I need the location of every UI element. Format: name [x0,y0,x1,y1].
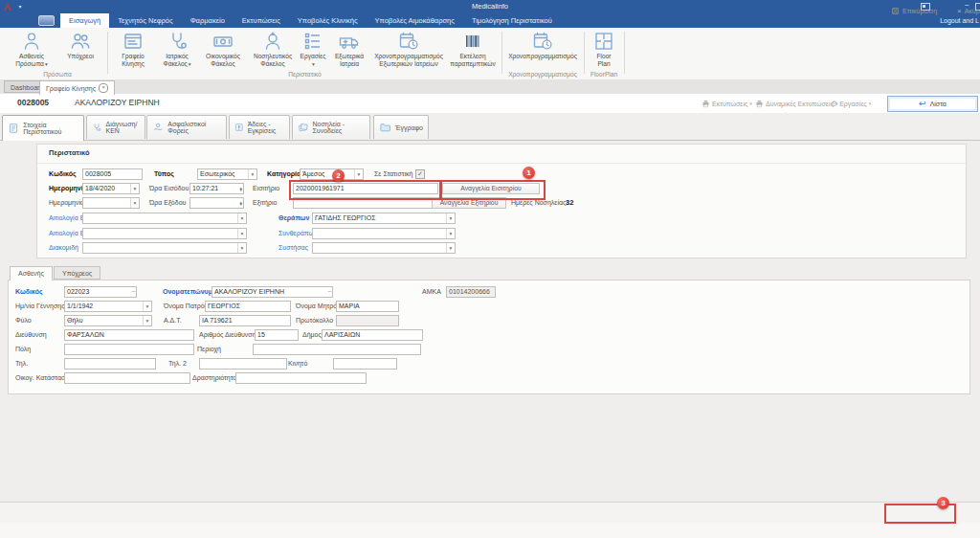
save-icon [891,7,900,15]
ribbon-button-referral-execution[interactable]: Εκτέλεση παραπεμπτικών [447,30,499,70]
kodikos-input[interactable]: 0028005 [82,168,143,180]
onoma-patros-input[interactable]: ΓΕΩΡΓΙΟΣ [205,301,291,312]
exodos-date-input[interactable] [82,197,140,209]
protokollo-input[interactable] [336,315,399,326]
ribbon-button-medical-record[interactable]: Ιατρικός Φάκελος [156,30,198,70]
calendar-clock-icon [397,30,420,53]
onomateponymo-input[interactable]: ΑΚΑΛΟΡΙΖΟΥ ΕΙΡΗΝΗ [212,286,333,298]
tab-stoixeia-peristatikou[interactable]: Στοιχεία Περιστατικού [2,115,84,141]
annotation-marker-1: 1 [523,167,535,179]
tasks-button[interactable]: ⚙ Εργασίες [831,98,871,109]
ora-eisodou-label: Ώρα Εισόδου [149,183,189,194]
arithmos-label: Αριθμός Διεύθυνσης [199,329,259,341]
typos-label: Τύπος [154,168,174,180]
tab-asthenis[interactable]: Ασθενής [10,266,53,280]
amka-input[interactable]: 01014200666 [446,286,496,298]
therapon-select[interactable]: ΓΑΤΙΔΗΣ ΓΕΩΡΓΙΟΣ [312,213,456,224]
ribbon-button-patients[interactable]: Ασθενείς Πρόσωπα [8,30,56,70]
therapon-label[interactable]: Θεράπων [278,213,309,224]
patient-kodikos-input[interactable]: 022023 [64,286,137,298]
ribbon: Ασθενείς Πρόσωπα Υπόχρεοι Γραφείο Κίνηση… [0,28,980,80]
oikog-katastasi-input[interactable] [64,372,190,384]
tab-grafeio-kinisis[interactable]: Γραφείο Κίνησης × [39,80,115,95]
syntherapon-select[interactable] [312,228,456,239]
systisas-select[interactable] [312,242,456,254]
menu-tab-eisagogi[interactable]: Εισαγωγή [60,13,109,28]
dieuthinsi-input[interactable]: ΦΑΡΣΑΛΩΝ [64,329,194,341]
diakomidi-select[interactable] [82,242,247,254]
groupbox-title: Περιστατικό [49,148,90,157]
amka-label: ΑΜΚΑ [422,286,441,298]
drastiriotita-input[interactable] [235,372,367,384]
ribbon-group-caption: Πρόσωπα [8,71,107,78]
list-button[interactable]: ↩ Λίστα [887,96,978,112]
tab-ypoxreos[interactable]: Υπόχρεος [54,266,100,280]
ribbon-button-liable-persons[interactable]: Υπόχρεοι [57,30,103,70]
menu-tab-texnitos-nefros[interactable]: Τεχνητός Νεφρός [109,13,181,28]
papers-icon [298,121,309,134]
ribbon-button-tasks[interactable]: Εργασίες [299,30,327,70]
patient-kodikos-label[interactable]: Κωδικός [15,286,43,298]
patient-header: 0028005 ΑΚΑΛΟΡΙΖΟΥ ΕΙΡΗΝΗ Εκτυπώσεις Δυν… [0,94,980,113]
protokollo-label: Πρωτόκολλο [296,315,333,326]
ribbon-button-kinisi-office[interactable]: Γραφείο Κίνησης [111,30,155,70]
calendar-clock-icon [531,30,554,53]
gennisi-input[interactable]: 1/1/1942 [64,301,152,312]
arithmos-input[interactable]: 15 [255,329,299,341]
til2-label: Τηλ. 2 [168,358,187,370]
tab-adeies-egkriseis[interactable]: Άδειες - Εγκρίσεις [229,115,290,139]
ora-exodou-input[interactable] [189,197,244,209]
tab-eggrafo[interactable]: Έγγραφο [373,115,429,139]
onoma-mitros-input[interactable]: ΜΑΡΙΑ [336,301,399,312]
ribbon-button-outpatient-clinics[interactable]: Εξωτερικά Ιατρεία [328,30,370,70]
fylo-label: Φύλο [15,315,32,326]
menu-tab-ypovoles-klinikis[interactable]: Υποβολές Κλινικής [289,13,367,28]
systisas-label[interactable]: Συστήσας [278,242,308,254]
menu-tab-timologisi[interactable]: Τιμολόγηση Περιστατικού [463,13,561,28]
poli-input[interactable] [64,344,194,355]
ora-eisodou-input[interactable]: 10:27:21 [189,183,244,194]
window-list-icon [122,30,145,53]
poli-label: Πόλη [15,344,31,355]
tab-diagnosi-ken[interactable]: Διάγνωση/ΚΕΝ [86,115,145,139]
banknote-icon [212,30,234,53]
menu-tab-ektyposeis[interactable]: Εκτυπώσεις [234,13,289,28]
tab-asfalistikoi-foreis[interactable]: Ασφαλιστικοί Φορείς [146,115,227,139]
stethoscope-icon [92,121,102,134]
cancel-button[interactable]: × Ακύρωση [957,4,980,17]
close-tab-icon[interactable]: × [99,83,108,93]
tab-nosileia-synodeies[interactable]: Νοσηλεία - Συνοδείες [292,115,370,139]
diakomidi-label[interactable]: Διακομιδή [49,242,78,254]
ribbon-button-scheduling[interactable]: Χρονοπρογραμματισμός [504,30,581,70]
ribbon-separator [584,32,585,74]
adt-input[interactable]: ΙΑ 719621 [199,315,291,326]
confirm-button[interactable]: Επικύρωση [891,4,937,17]
dynamic-print-button[interactable]: Δυναμικές Εκτυπώσεις [755,98,837,109]
ribbon-button-floor-plan[interactable]: Floor Plan [587,30,621,70]
kinito-input[interactable] [333,358,397,370]
menu-tab-ypovoles-aimokatharsis[interactable]: Υποβολές Αιμοκάθαρσης [367,13,463,28]
menu-tab-farmakeio[interactable]: Φαρμακείο [182,13,234,28]
ribbon-separator [107,32,108,74]
incident-groupbox: Περιστατικό Κωδικός 0028005 Τύπος Εσωτερ… [36,144,967,258]
drastiriotita-label: Δραστηριότητα [192,372,236,384]
aitiologia-eisodou-select[interactable] [82,213,247,224]
ribbon-separator [624,32,625,74]
til2-input[interactable] [199,358,287,370]
ribbon-button-nursing-record[interactable]: Νοσηλευτικός Φάκελος [248,30,298,70]
application-menu-icon[interactable] [38,15,55,26]
print-button[interactable]: Εκτυπώσεις [702,98,752,109]
perioxi-input[interactable] [253,344,421,355]
ribbon-button-clinic-scheduling[interactable]: Χρονοπρογραμματισμός Εξωτερικών Ιατρείων [371,30,446,70]
eisodos-date-input[interactable]: 18/4/2020 [82,183,140,194]
til-input[interactable] [64,358,156,370]
ribbon-button-financial-record[interactable]: Οικονομικός Φάκελος [199,30,247,70]
dimos-input[interactable]: ΛΑΡΙΣΑΙΩΝ [322,329,423,341]
typos-select[interactable]: Εσωτερικός [197,168,257,180]
aitiologia-exodou-select[interactable] [82,228,247,239]
onomateponymo-label[interactable]: Ονοματεπώνυμο [163,286,216,298]
fylo-select[interactable]: Θήλυ [64,315,152,326]
dropdown-arrow-icon [311,60,315,67]
statistiki-checkbox[interactable]: ✓ [415,169,425,179]
oikog-katastasi-label: Οικογ. Κατάσταση [15,372,69,384]
